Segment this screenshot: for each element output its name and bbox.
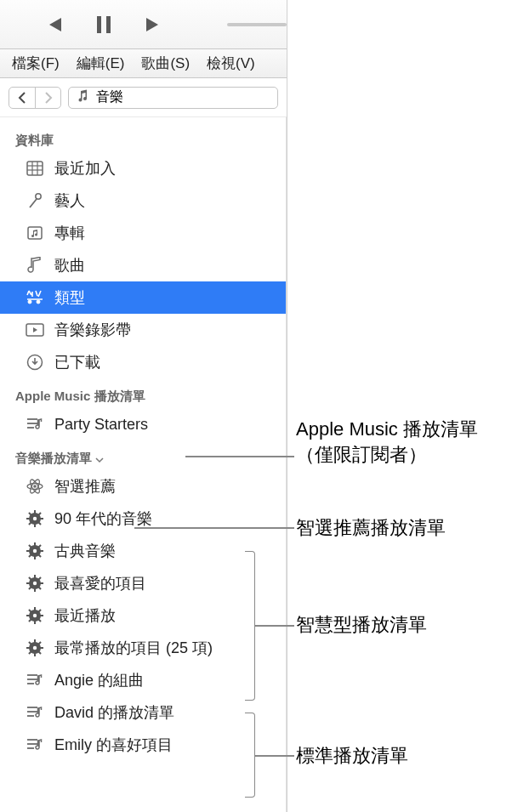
- nav-back-forward: [9, 87, 61, 109]
- sidebar-item-label: 藝人: [54, 190, 85, 211]
- nav-back-button[interactable]: [9, 88, 35, 108]
- sidebar-item-genres[interactable]: 類型: [0, 281, 286, 314]
- sidebar-item-playlist-david[interactable]: David 的播放清單: [0, 696, 286, 729]
- svg-rect-43: [34, 575, 36, 578]
- sidebar-item-smart-most-played[interactable]: 最常播放的項目 (25 項): [0, 632, 286, 664]
- gear-icon: [26, 639, 44, 656]
- music-note-icon: [26, 257, 44, 274]
- svg-point-7: [36, 194, 41, 199]
- toolbar: 音樂: [0, 78, 287, 117]
- sidebar-item-label: Angie 的組曲: [54, 670, 144, 690]
- svg-rect-24: [34, 524, 36, 527]
- sidebar-item-label: David 的播放清單: [54, 702, 174, 723]
- video-icon: [26, 323, 44, 337]
- sidebar-item-artists[interactable]: 藝人: [0, 185, 286, 217]
- svg-rect-33: [34, 542, 36, 546]
- sidebar-item-songs[interactable]: 歌曲: [0, 249, 286, 281]
- nav-forward-button[interactable]: [35, 88, 60, 108]
- svg-rect-25: [26, 518, 30, 520]
- sidebar-item-label: 專輯: [54, 223, 85, 243]
- annotations-layer: Apple Music 播放清單 （僅限訂閱者） 智選推薦播放清單 智慧型播放清…: [287, 0, 529, 812]
- svg-rect-23: [34, 510, 36, 514]
- menu-edit[interactable]: 編輯(E): [70, 50, 132, 77]
- playlist-icon: [26, 417, 44, 432]
- svg-rect-26: [40, 518, 43, 520]
- sidebar-item-playlist-emily[interactable]: Emily 的喜好項目: [0, 729, 286, 761]
- svg-rect-63: [34, 639, 36, 643]
- svg-point-22: [33, 517, 37, 520]
- svg-rect-1: [106, 16, 111, 33]
- sidebar-item-label: 最近加入: [54, 158, 116, 179]
- svg-point-62: [33, 646, 37, 650]
- sidebar-item-smart-recent[interactable]: 最近播放: [0, 599, 286, 632]
- sidebar-item-smart-90s[interactable]: 90 年代的音樂: [0, 503, 286, 535]
- svg-rect-56: [40, 615, 43, 616]
- download-icon: [26, 354, 44, 371]
- svg-point-42: [33, 582, 37, 585]
- svg-rect-66: [40, 647, 43, 649]
- album-icon: [26, 224, 44, 241]
- menu-file[interactable]: 檔案(F): [5, 50, 66, 77]
- svg-rect-46: [40, 582, 43, 584]
- section-apple-music-header: Apple Music 播放清單: [0, 378, 286, 408]
- previous-button[interactable]: [46, 16, 71, 33]
- itunes-sidebar-window: 檔案(F) 編輯(E) 歌曲(S) 檢視(V) 音樂 資料庫: [0, 0, 287, 812]
- svg-line-8: [30, 199, 37, 207]
- sidebar-item-label: 最近播放: [54, 605, 116, 626]
- media-chooser-label: 音樂: [96, 88, 123, 106]
- play-pause-button[interactable]: [95, 14, 112, 35]
- sidebar-item-label: 最喜愛的項目: [54, 573, 146, 593]
- svg-rect-44: [34, 588, 36, 592]
- sidebar-item-smart-classical[interactable]: 古典音樂: [0, 535, 286, 567]
- svg-point-52: [33, 614, 37, 617]
- svg-rect-54: [34, 621, 36, 624]
- playlist-icon: [26, 705, 44, 720]
- sidebar-item-recently-added[interactable]: 最近加入: [0, 152, 286, 185]
- chevron-down-icon: [95, 451, 104, 466]
- sidebar-item-party-starters[interactable]: Party Starters: [0, 408, 286, 440]
- section-playlists-header[interactable]: 音樂播放清單: [0, 440, 286, 470]
- gear-icon: [26, 542, 44, 559]
- sidebar-item-label: 90 年代的音樂: [54, 508, 152, 529]
- sidebar-item-label: Party Starters: [54, 416, 148, 434]
- microphone-icon: [26, 192, 44, 209]
- svg-rect-45: [26, 582, 30, 584]
- sidebar-item-albums[interactable]: 專輯: [0, 217, 286, 249]
- svg-rect-9: [28, 227, 42, 239]
- sidebar-item-smart-favorites[interactable]: 最喜愛的項目: [0, 567, 286, 599]
- titlebar: [0, 0, 287, 49]
- media-chooser[interactable]: 音樂: [68, 87, 278, 109]
- gear-icon: [26, 607, 44, 624]
- sidebar-item-genius[interactable]: 智選推薦: [0, 470, 286, 503]
- playback-controls: [46, 14, 162, 35]
- svg-rect-2: [27, 162, 43, 175]
- gear-icon: [26, 575, 44, 592]
- svg-rect-35: [26, 550, 30, 552]
- menubar: 檔案(F) 編輯(E) 歌曲(S) 檢視(V): [0, 49, 287, 78]
- svg-point-32: [33, 549, 37, 553]
- annotation-smart: 智慧型播放清單: [296, 612, 427, 638]
- menu-view[interactable]: 檢視(V): [200, 50, 262, 77]
- gear-icon: [26, 510, 44, 527]
- grid-icon: [26, 161, 44, 176]
- annotation-standard: 標準播放清單: [296, 743, 408, 769]
- svg-rect-36: [40, 550, 43, 552]
- next-button[interactable]: [136, 16, 162, 33]
- svg-rect-53: [34, 607, 36, 610]
- sidebar-item-music-videos[interactable]: 音樂錄影帶: [0, 314, 286, 346]
- sidebar-item-label: 類型: [54, 287, 85, 308]
- sidebar-item-downloaded[interactable]: 已下載: [0, 346, 286, 378]
- sidebar-item-label: 歌曲: [54, 255, 85, 275]
- sidebar-item-label: 最常播放的項目 (25 項): [54, 638, 213, 658]
- svg-rect-34: [34, 556, 36, 559]
- menu-song[interactable]: 歌曲(S): [134, 50, 196, 77]
- svg-point-11: [37, 300, 40, 304]
- section-library-header: 資料庫: [0, 122, 286, 152]
- music-note-icon: [76, 89, 89, 106]
- genius-atom-icon: [26, 477, 44, 496]
- volume-slider[interactable]: [227, 23, 287, 26]
- annotation-apple-music: Apple Music 播放清單 （僅限訂閱者）: [296, 417, 478, 467]
- sidebar-item-label: 音樂錄影帶: [54, 320, 131, 340]
- svg-rect-64: [34, 653, 36, 656]
- sidebar-item-playlist-angie[interactable]: Angie 的組曲: [0, 664, 286, 696]
